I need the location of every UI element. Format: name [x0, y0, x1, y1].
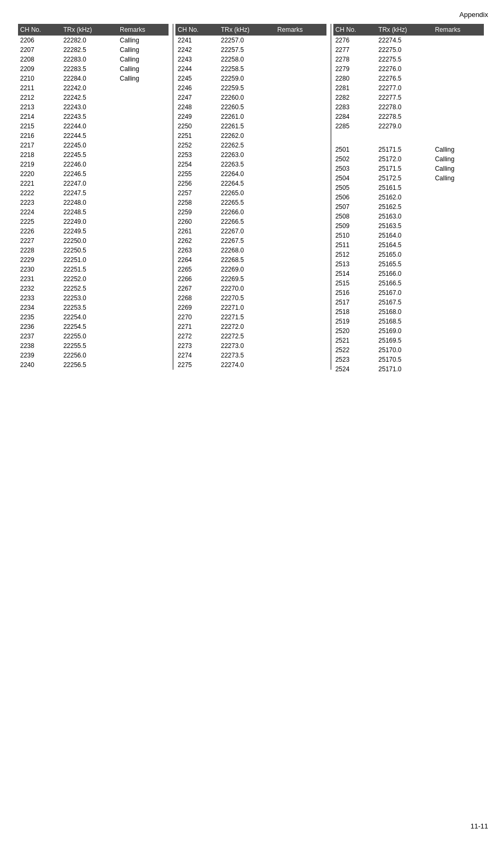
cell-ch: 2223 — [18, 198, 61, 207]
cell-remarks — [275, 141, 326, 150]
cell-ch: 2511 — [333, 240, 376, 250]
cell-ch: 2273 — [175, 341, 218, 351]
cell-ch: 2516 — [333, 288, 376, 298]
table-row: 221622244.5 — [18, 131, 169, 141]
cell-trx: 22244.0 — [61, 121, 118, 131]
cell-remarks — [433, 231, 484, 240]
cell-ch: 2514 — [333, 269, 376, 278]
table-row: 224422258.5 — [175, 64, 326, 74]
cell-remarks: Calling — [433, 173, 484, 183]
cell-trx: 22264.0 — [219, 169, 276, 179]
cell-ch: 2265 — [175, 265, 218, 274]
cell-remarks — [118, 312, 169, 322]
table-row: 251125164.5 — [333, 240, 484, 250]
cell-ch: 2266 — [175, 274, 218, 284]
table-row: 221422243.5 — [18, 112, 169, 121]
cell-remarks — [118, 332, 169, 341]
table-row: 222122247.0 — [18, 179, 169, 188]
cell-trx: 25163.5 — [376, 221, 433, 231]
cell-ch: 2238 — [18, 341, 61, 351]
table-row: 250125171.5Calling — [333, 145, 484, 154]
table-row: 225922266.0 — [175, 207, 326, 217]
cell-remarks — [118, 112, 169, 121]
table-row: 225122262.0 — [175, 131, 326, 141]
cell-ch: 2518 — [333, 307, 376, 317]
cell-ch: 2513 — [333, 259, 376, 269]
cell-ch: 2282 — [333, 93, 376, 102]
table-row: 224522259.0 — [175, 74, 326, 83]
cell-ch: 2271 — [175, 322, 218, 332]
cell-remarks — [118, 341, 169, 351]
cell-ch: 2260 — [175, 217, 218, 226]
cell-remarks — [433, 307, 484, 317]
cell-remarks — [275, 265, 326, 274]
cell-trx: 25171.5 — [376, 145, 433, 154]
cell-trx: 22273.5 — [219, 351, 276, 360]
cell-trx: 25169.0 — [376, 326, 433, 336]
cell-trx: 22276.0 — [376, 64, 433, 74]
cell-ch: 2261 — [175, 226, 218, 236]
cell-ch: 2225 — [18, 217, 61, 226]
cell-remarks — [275, 351, 326, 360]
table-1: CH No. TRx (kHz) Remarks 220622282.0Call… — [18, 24, 169, 370]
cell-ch: 2256 — [175, 179, 218, 188]
cell-trx: 22253.5 — [61, 303, 118, 312]
cell-ch: 2259 — [175, 207, 218, 217]
table-row: 227422273.5 — [175, 351, 326, 360]
cell-remarks — [433, 202, 484, 212]
cell-trx: 25168.5 — [376, 317, 433, 326]
cell-remarks — [433, 336, 484, 345]
cell-ch: 2219 — [18, 160, 61, 169]
cell-trx: 22250.0 — [61, 236, 118, 246]
cell-remarks — [275, 179, 326, 188]
cell-trx: 22262.5 — [219, 141, 276, 150]
table-row — [333, 131, 484, 145]
table-row: 223222252.5 — [18, 284, 169, 293]
cell-ch: 2278 — [333, 55, 376, 64]
cell-remarks — [118, 102, 169, 112]
table-row: 224022256.5 — [18, 360, 169, 370]
table-1-header-row: CH No. TRx (kHz) Remarks — [18, 24, 169, 36]
cell-remarks — [433, 121, 484, 131]
cell-remarks — [275, 284, 326, 293]
cell-ch: 2246 — [175, 83, 218, 93]
cell-ch: 2206 — [18, 36, 61, 45]
table-3-col-remarks: Remarks — [433, 24, 484, 36]
table-row: 251925168.5 — [333, 317, 484, 326]
table-1-col-remarks: Remarks — [118, 24, 169, 36]
cell-remarks — [118, 169, 169, 179]
cell-remarks — [275, 131, 326, 141]
cell-remarks — [275, 360, 326, 370]
cell-ch: 2243 — [175, 55, 218, 64]
table-row: 222722250.0 — [18, 236, 169, 246]
cell-trx: 22252.0 — [61, 274, 118, 284]
cell-trx: 22258.0 — [219, 55, 276, 64]
table-row: 225422263.5 — [175, 160, 326, 169]
cell-trx: 22257.0 — [219, 36, 276, 45]
table-row: 252325170.5 — [333, 355, 484, 364]
cell-remarks — [433, 55, 484, 64]
cell-ch: 2524 — [333, 364, 376, 374]
cell-remarks — [275, 55, 326, 64]
table-row: 227222272.5 — [175, 332, 326, 341]
cell-remarks — [275, 121, 326, 131]
cell-trx: 22252.5 — [61, 284, 118, 293]
cell-ch: 2285 — [333, 121, 376, 131]
cell-trx: 22270.5 — [219, 293, 276, 303]
cell-trx: 22260.0 — [219, 93, 276, 102]
cell-ch: 2241 — [175, 36, 218, 45]
cell-trx: 22282.0 — [61, 36, 118, 45]
table-row: 224922261.0 — [175, 112, 326, 121]
cell-ch: 2504 — [333, 173, 376, 183]
cell-remarks — [433, 298, 484, 307]
cell-trx: 22247.0 — [61, 179, 118, 188]
cell-trx: 22256.0 — [61, 351, 118, 360]
cell-ch: 2270 — [175, 312, 218, 322]
table-row: 222822250.5 — [18, 246, 169, 255]
cell-remarks — [433, 250, 484, 259]
table-1-col-ch: CH No. — [18, 24, 61, 36]
page-footer: 11-11 — [471, 822, 488, 830]
cell-remarks — [275, 102, 326, 112]
cell-ch: 2510 — [333, 231, 376, 240]
table-row: 223022251.5 — [18, 265, 169, 274]
